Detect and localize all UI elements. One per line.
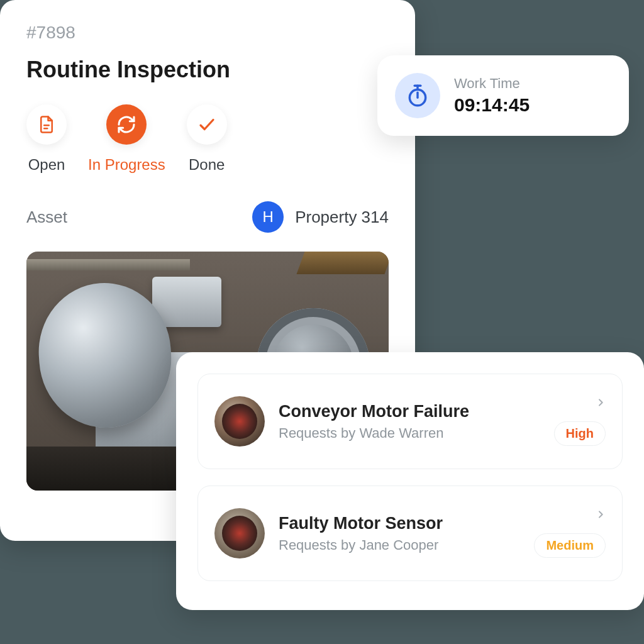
status-done[interactable]: Done — [187, 104, 227, 174]
request-title: Faulty Motor Sensor — [279, 514, 520, 533]
request-right: Medium — [534, 509, 606, 558]
request-right: High — [554, 397, 606, 446]
status-done-label: Done — [189, 156, 225, 174]
priority-badge: Medium — [534, 533, 606, 558]
status-open[interactable]: Open — [26, 104, 67, 174]
stopwatch-icon — [395, 73, 440, 118]
beam-graphic — [296, 252, 389, 274]
status-row: Open In Progress Done — [26, 104, 389, 174]
priority-badge: High — [554, 421, 606, 446]
work-time-value: 09:14:45 — [454, 94, 530, 116]
check-icon — [187, 104, 227, 145]
request-text: Faulty Motor Sensor Requests by Jane Coo… — [279, 514, 520, 553]
requests-card: Conveyor Motor Failure Requests by Wade … — [176, 352, 644, 610]
asset-row[interactable]: Asset H Property 314 — [26, 201, 389, 233]
ticket-id: #7898 — [26, 23, 389, 43]
work-time-text: Work Time 09:14:45 — [454, 75, 530, 116]
request-text: Conveyor Motor Failure Requests by Wade … — [279, 402, 540, 441]
ticket-title: Routine Inspection — [26, 57, 389, 83]
work-time-label: Work Time — [454, 75, 530, 92]
asset-label: Asset — [26, 208, 241, 227]
request-thumbnail — [214, 508, 265, 558]
pipe-graphic — [26, 259, 190, 270]
request-subtitle: Requests by Wade Warren — [279, 425, 540, 441]
chevron-right-icon[interactable] — [596, 509, 606, 519]
status-in-progress[interactable]: In Progress — [88, 104, 165, 174]
asset-name: Property 314 — [295, 208, 389, 227]
asset-badge: H — [252, 201, 284, 233]
request-title: Conveyor Motor Failure — [279, 402, 540, 421]
work-time-card: Work Time 09:14:45 — [377, 55, 629, 136]
request-item[interactable]: Faulty Motor Sensor Requests by Jane Coo… — [197, 486, 623, 581]
refresh-icon — [106, 104, 147, 145]
chevron-right-icon[interactable] — [596, 397, 606, 408]
status-open-label: Open — [28, 156, 65, 174]
request-subtitle: Requests by Jane Cooper — [279, 537, 520, 553]
request-item[interactable]: Conveyor Motor Failure Requests by Wade … — [197, 374, 623, 469]
request-thumbnail — [214, 396, 265, 447]
status-in-progress-label: In Progress — [88, 156, 165, 174]
document-icon — [26, 104, 67, 145]
